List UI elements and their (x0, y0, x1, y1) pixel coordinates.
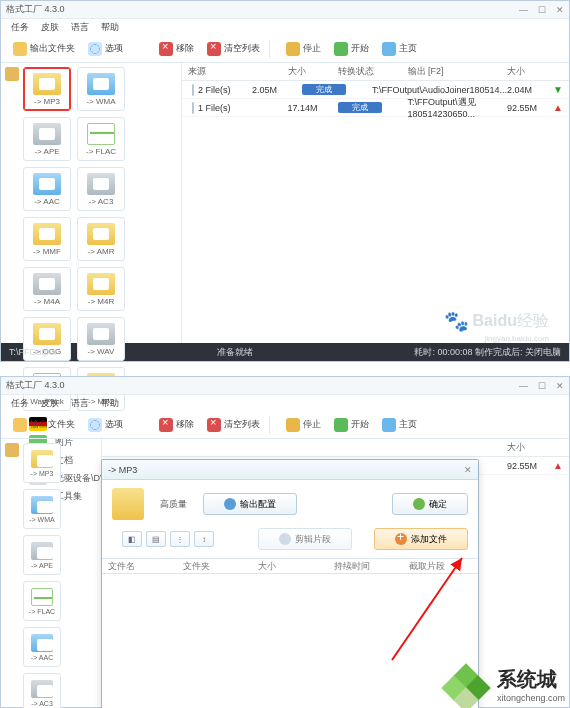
col-output[interactable]: 输出 [F2] (408, 65, 508, 78)
format-item[interactable]: -> AC3 (77, 167, 125, 211)
col-size[interactable]: 大小 (288, 65, 338, 78)
col-outsize[interactable]: 大小 (507, 441, 553, 454)
format-item[interactable]: -> M4A (23, 267, 71, 311)
side-icon[interactable] (5, 67, 19, 81)
toolbar-clear[interactable]: 清空列表 (203, 40, 264, 58)
menu-skin[interactable]: 皮肤 (41, 21, 59, 33)
scissors-icon (279, 533, 291, 545)
table-row[interactable]: 1 File(s)17.14M完成T:\FFOutput\遇见180514230… (182, 99, 569, 117)
file-icon (192, 84, 194, 96)
clip-button[interactable]: 剪辑片段 (258, 528, 352, 550)
toolbar-option[interactable]: 选项 (84, 416, 127, 434)
toolbar-remove[interactable]: 移除 (155, 416, 198, 434)
maximize-icon[interactable]: ☐ (538, 5, 546, 15)
minimize-icon[interactable]: — (519, 381, 528, 391)
menu-task[interactable]: 任务 (11, 21, 29, 33)
output-config-button[interactable]: 输出配置 (203, 493, 297, 515)
format-item[interactable]: -> MMF (23, 217, 71, 261)
toolbar-home[interactable]: 主页 (378, 40, 421, 58)
toolbar-output-folder[interactable]: 输出文件夹 (9, 40, 79, 58)
format-item[interactable]: -> APE (23, 535, 61, 575)
table-row[interactable]: 2 File(s)2.05M完成T:\FFOutput\AudioJoiner1… (182, 81, 569, 99)
dialog-close-icon[interactable]: ✕ (464, 465, 472, 475)
format-item[interactable]: -> WMA (23, 489, 61, 529)
format-item[interactable]: -> WMA (77, 67, 125, 111)
format-item[interactable]: -> WAV (77, 317, 125, 361)
toolbar-output-folder[interactable]: 输出文件夹 (9, 416, 79, 434)
side-icon[interactable] (5, 443, 19, 457)
toolbar-clear[interactable]: 清空列表 (203, 416, 264, 434)
format-item[interactable]: -> FLAC (23, 581, 61, 621)
dialog-toolbar: ◧ ▤ ⋮ ↕ (112, 529, 224, 549)
format-icon (87, 73, 115, 95)
app-title: 格式工厂 4.3.0 (6, 3, 65, 16)
format-label: -> AAC (31, 654, 53, 661)
col-status[interactable]: 转换状态 (338, 65, 408, 78)
arrow-up-icon: ▲ (553, 460, 569, 471)
format-label: -> WAV (88, 347, 115, 356)
col-folder[interactable]: 文件夹 (177, 560, 252, 573)
mini-btn[interactable]: ▤ (146, 531, 166, 547)
app-window-bottom: 格式工厂 4.3.0 — ☐ ✕ 任务 皮肤 语言 帮助 输出文件夹 选项 移除… (0, 376, 570, 708)
confirm-button[interactable]: 确定 (392, 493, 468, 515)
maximize-icon[interactable]: ☐ (538, 381, 546, 391)
close-icon[interactable]: ✕ (556, 381, 564, 391)
toolbar-option[interactable]: 选项 (84, 40, 127, 58)
file-list-panel: 来源 大小 转换状态 输出 [F2] 大小 2 File(s)2.05M完成T:… (181, 63, 569, 343)
format-label: -> FLAC (86, 147, 116, 156)
mini-btn[interactable]: ◧ (122, 531, 142, 547)
menu-help[interactable]: 帮助 (101, 397, 119, 409)
home-icon (382, 418, 396, 432)
toolbar-stop[interactable]: 停止 (282, 416, 325, 434)
format-item[interactable]: -> AAC (23, 167, 71, 211)
format-item[interactable]: -> FLAC (77, 117, 125, 161)
col-outsize[interactable]: 大小 (507, 65, 553, 78)
logo-icon (447, 667, 493, 703)
format-item[interactable]: -> MP3 (23, 67, 71, 111)
format-item[interactable]: -> AC3 (23, 673, 61, 708)
toolbar-start[interactable]: 开始 (330, 416, 373, 434)
status-path: T:\FFOutput (9, 347, 57, 357)
format-item[interactable]: -> M4R (77, 267, 125, 311)
col-size[interactable]: 大小 (252, 560, 327, 573)
xitongcheng-watermark: 系统城 xitongcheng.com (447, 666, 565, 703)
mini-btn[interactable]: ⋮ (170, 531, 190, 547)
toolbar-home[interactable]: 主页 (378, 416, 421, 434)
toolbar-remove[interactable]: 移除 (155, 40, 198, 58)
format-item[interactable]: -> MP3 (23, 443, 61, 483)
toolbar-start[interactable]: 开始 (330, 40, 373, 58)
col-source[interactable]: 来源 (182, 65, 288, 78)
format-icon (87, 273, 115, 295)
format-label: -> AAC (34, 197, 60, 206)
format-label: -> WMA (86, 97, 115, 106)
minimize-icon[interactable]: — (519, 5, 528, 15)
format-item[interactable]: -> APE (23, 117, 71, 161)
mini-btn[interactable]: ↕ (194, 531, 214, 547)
menu-lang[interactable]: 语言 (71, 397, 89, 409)
format-item[interactable]: -> AAC (23, 627, 61, 667)
stop-icon (286, 42, 300, 56)
menu-skin[interactable]: 皮肤 (41, 397, 59, 409)
format-item[interactable]: -> AMR (77, 217, 125, 261)
close-icon[interactable]: ✕ (556, 5, 564, 15)
menu-help[interactable]: 帮助 (101, 21, 119, 33)
menu-task[interactable]: 任务 (11, 397, 29, 409)
format-label: -> MMF (33, 247, 61, 256)
format-label: -> AMR (88, 247, 115, 256)
status-badge: 完成 (338, 102, 382, 113)
toolbar-stop[interactable]: 停止 (282, 40, 325, 58)
status-ready: 准备就绪 (217, 346, 253, 359)
list-header: 来源 大小 转换状态 输出 [F2] 大小 (182, 63, 569, 81)
play-icon (334, 418, 348, 432)
col-file[interactable]: 文件名 (102, 560, 177, 573)
check-icon (413, 498, 425, 510)
menu-bar: 任务 皮肤 语言 帮助 (1, 395, 569, 411)
menu-lang[interactable]: 语言 (71, 21, 89, 33)
window-controls[interactable]: — ☐ ✕ (519, 5, 564, 15)
format-label: -> APE (34, 147, 59, 156)
paw-icon: 🐾 (444, 309, 469, 333)
window-controls[interactable]: — ☐ ✕ (519, 381, 564, 391)
format-icon (87, 173, 115, 195)
add-file-button[interactable]: 添加文件 (374, 528, 468, 550)
remove-icon (159, 42, 173, 56)
